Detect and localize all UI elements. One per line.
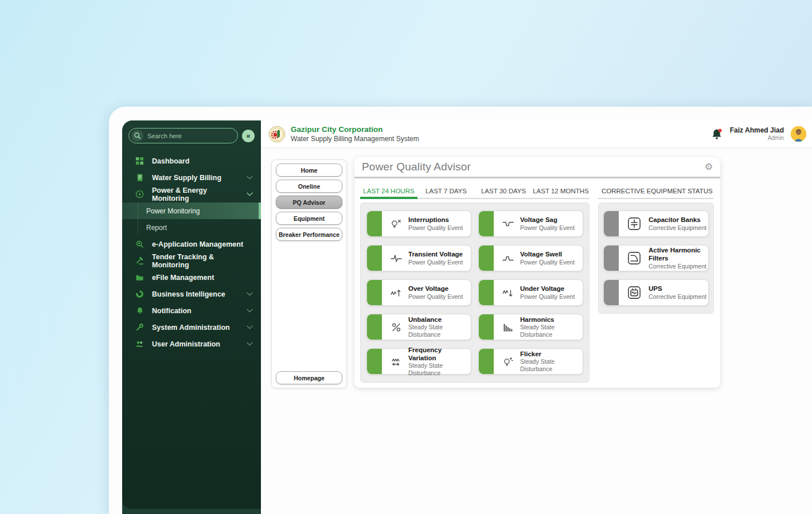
corrective-card-capacitor-banks[interactable]: Capacitor Banks Corrective Equipment: [603, 211, 709, 237]
sidebar-item-dashboard[interactable]: Dashboard: [122, 153, 261, 169]
voltage-sag-icon: [502, 218, 514, 229]
sidebar-item-efile-management[interactable]: eFile Management: [122, 269, 261, 286]
card-accent-bar: [367, 314, 382, 340]
subnav-oneline-button[interactable]: Oneline: [276, 180, 342, 193]
sidebar-subitem-report[interactable]: Report: [122, 219, 261, 236]
sidebar-item-label: Power & Energy Monitoring: [152, 186, 239, 203]
header-right: Faiz Ahmed Jiad Admin: [710, 126, 806, 142]
card-accent-bar: [604, 246, 619, 271]
card-title: Voltage Sag: [520, 216, 575, 224]
event-card-flicker[interactable]: Flicker Steady State Disturbance: [478, 348, 583, 375]
wrench-icon: [135, 322, 145, 332]
card-title: Over Voltage: [408, 285, 463, 293]
card-subtitle: Power Quality Event: [520, 293, 575, 301]
corrective-card-ups[interactable]: UPS Corrective Equipment: [603, 279, 709, 306]
unbalance-icon: [390, 321, 403, 333]
magnifier-badge-icon: [135, 239, 145, 249]
sidebar-item-label: Notification: [152, 307, 192, 315]
event-card-transient-voltage[interactable]: Transient Voltage Power Quality Event: [366, 245, 471, 271]
sidebar-subitem-power-monitoring[interactable]: Power Monitoring: [122, 203, 261, 219]
tab-last-24-hours[interactable]: LAST 24 HOURS: [360, 184, 417, 198]
event-card-over-voltage[interactable]: Over Voltage Power Quality Event: [366, 279, 471, 306]
sidebar-item-label: e-Application Management: [152, 240, 243, 248]
sidebar-item-system-administration[interactable]: System Administration: [122, 319, 261, 336]
sidebar-item-water-supply-billing[interactable]: Water Supply Billing: [122, 169, 261, 186]
sidebar-item-label: System Administration: [152, 324, 230, 332]
user-block[interactable]: Faiz Ahmed Jiad Admin: [730, 126, 784, 142]
tab-last-30-days[interactable]: LAST 30 DAYS: [475, 184, 532, 198]
frequency-variation-icon: [390, 356, 403, 367]
card-subtitle: Corrective Equipment: [649, 224, 706, 232]
event-card-voltage-swell[interactable]: Voltage Swell Power Quality Event: [478, 245, 583, 271]
notification-bell-icon[interactable]: [710, 128, 723, 141]
chevron-down-icon: [247, 309, 253, 313]
interruptions-bulb-x-icon: [390, 218, 403, 229]
tab-last-7-days[interactable]: LAST 7 DAYS: [417, 184, 475, 198]
sidebar-item-business-intelligence[interactable]: Business Intelligence: [122, 286, 261, 302]
sidebar-item-tender-tracking[interactable]: Tender Tracking & Monitoring: [122, 252, 261, 269]
card-title: Unbalance: [408, 316, 471, 324]
card-accent-bar: [604, 280, 619, 305]
card-subtitle: Steady State Disturbance: [408, 362, 471, 377]
card-title: Interruptions: [408, 216, 463, 224]
search-box[interactable]: [128, 128, 238, 143]
pie-chart-icon: [135, 289, 145, 299]
search-input[interactable]: [147, 133, 235, 139]
sidebar-item-notification[interactable]: Notification: [122, 302, 261, 319]
sidebar-item-user-administration[interactable]: User Administration: [122, 336, 261, 352]
event-card-frequency-variation[interactable]: Frequency Variation Steady State Disturb…: [366, 348, 471, 375]
card-accent-bar: [479, 280, 494, 305]
power-energy-submenu: Power Monitoring Report: [122, 203, 261, 236]
card-accent-bar: [479, 349, 494, 374]
event-card-unbalance[interactable]: Unbalance Steady State Disturbance: [366, 314, 471, 340]
card-title: Frequency Variation: [408, 346, 471, 363]
power-quality-advisor-panel: Power Quality Advisor ⚙ LAST 24 HOURS LA…: [354, 157, 720, 388]
event-card-grid: Interruptions Power Quality Event Voltag…: [360, 203, 590, 383]
org-name: Gazipur City Corporation: [291, 125, 419, 134]
sidebar: « Dashboard Water Supply Billing: [122, 120, 261, 514]
event-card-under-voltage[interactable]: Under Voltage Power Quality Event: [478, 279, 583, 306]
event-card-harmonics[interactable]: Harmonics Steady State Disturbance: [478, 314, 583, 340]
main-content: Home Oneline PQ Advisor Equipment Breake…: [261, 148, 812, 514]
over-voltage-icon: [390, 287, 403, 298]
sidebar-item-label: Tender Tracking & Monitoring: [152, 253, 253, 269]
bell-small-icon: [135, 306, 145, 316]
card-title: Flicker: [520, 350, 583, 358]
card-subtitle: Power Quality Event: [520, 224, 575, 232]
billing-receipt-icon: [135, 173, 145, 182]
event-card-voltage-sag[interactable]: Voltage Sag Power Quality Event: [478, 211, 583, 237]
corrective-card-active-harmonic-filters[interactable]: Active Harmonic Filters Corrective Equip…: [603, 245, 709, 271]
card-accent-bar: [367, 280, 382, 305]
card-subtitle: Power Quality Event: [408, 259, 463, 266]
subnav-breaker-performance-button[interactable]: Breaker Performance: [276, 228, 342, 241]
chevron-down-icon: [247, 292, 253, 296]
subnav-pq-advisor-button[interactable]: PQ Advisor: [276, 196, 342, 209]
sidebar-item-label: Dashboard: [152, 157, 189, 165]
subnav-homepage-button[interactable]: Homepage: [276, 371, 342, 384]
card-accent-bar: [604, 211, 619, 236]
sidebar-item-power-energy-monitoring[interactable]: Power & Energy Monitoring: [122, 186, 261, 203]
panel-body: LAST 24 HOURS LAST 7 DAYS LAST 30 DAYS L…: [354, 178, 720, 391]
sidebar-item-e-application-management[interactable]: e-Application Management: [122, 236, 261, 252]
sidebar-collapse-button[interactable]: «: [242, 130, 255, 142]
sidebar-item-label: Business Intelligence: [152, 290, 225, 298]
card-subtitle: Power Quality Event: [408, 224, 463, 232]
flicker-bulb-icon: [502, 356, 514, 367]
users-icon: [135, 339, 145, 349]
gear-icon[interactable]: ⚙: [705, 162, 713, 172]
card-accent-bar: [479, 211, 494, 236]
event-card-interruptions[interactable]: Interruptions Power Quality Event: [366, 211, 471, 237]
user-role: Admin: [730, 135, 784, 142]
sidebar-item-label: Water Supply Billing: [152, 174, 221, 182]
subnav-home-button[interactable]: Home: [276, 163, 342, 177]
tab-last-12-months[interactable]: LAST 12 MONTHS: [532, 184, 590, 198]
chevron-down-icon: [247, 342, 253, 346]
avatar[interactable]: [791, 126, 806, 142]
subnav-equipment-button[interactable]: Equipment: [276, 212, 342, 225]
voltage-swell-icon: [502, 252, 514, 264]
time-range-tabs: LAST 24 HOURS LAST 7 DAYS LAST 30 DAYS L…: [360, 184, 590, 199]
page-title: Power Quality Advisor: [362, 161, 471, 173]
card-subtitle: Steady State Disturbance: [520, 358, 583, 373]
sidebar-nav: Dashboard Water Supply Billing Power: [122, 150, 261, 352]
dashboard-grid-icon: [135, 156, 145, 166]
